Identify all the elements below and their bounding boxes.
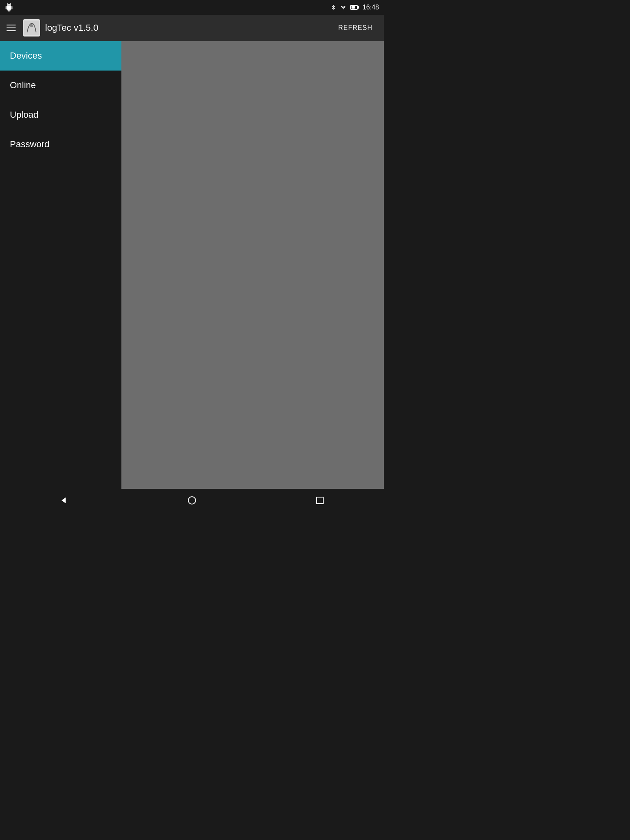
- sidebar: Devices Online Upload Password: [0, 41, 121, 489]
- sidebar-item-online[interactable]: Online: [0, 71, 121, 100]
- svg-point-1: [30, 24, 33, 27]
- recents-icon: [315, 495, 325, 505]
- home-button[interactable]: [180, 492, 204, 509]
- content-area: [121, 41, 384, 489]
- status-time: 16:48: [363, 4, 379, 11]
- hamburger-line-1: [7, 25, 16, 25]
- back-icon: [59, 495, 69, 505]
- back-button[interactable]: [52, 492, 76, 509]
- battery-icon: [350, 5, 358, 10]
- app-logo: [23, 19, 40, 37]
- app-title: logTec v1.5.0: [45, 23, 333, 33]
- status-bar: 16:48: [0, 0, 384, 15]
- main-layout: Devices Online Upload Password: [0, 41, 384, 489]
- hamburger-menu[interactable]: [7, 22, 18, 34]
- svg-rect-0: [24, 21, 39, 35]
- svg-rect-4: [317, 497, 323, 504]
- app-bar: logTec v1.5.0 REFRESH: [0, 15, 384, 41]
- svg-point-3: [188, 497, 196, 504]
- recents-button[interactable]: [308, 492, 332, 509]
- status-bar-right: 16:48: [331, 4, 379, 11]
- svg-marker-2: [62, 498, 66, 503]
- bluetooth-icon: [331, 4, 336, 11]
- refresh-button[interactable]: REFRESH: [333, 21, 377, 35]
- sidebar-item-password[interactable]: Password: [0, 130, 121, 159]
- wifi-icon: [340, 5, 347, 10]
- home-icon: [187, 495, 197, 505]
- bottom-nav: [0, 489, 384, 512]
- sidebar-item-devices[interactable]: Devices: [0, 41, 121, 71]
- hamburger-line-2: [7, 27, 16, 28]
- android-icon: [5, 3, 13, 11]
- status-bar-left: [5, 3, 13, 11]
- sidebar-item-upload[interactable]: Upload: [0, 100, 121, 130]
- hamburger-line-3: [7, 30, 16, 31]
- logo-icon: [24, 21, 39, 35]
